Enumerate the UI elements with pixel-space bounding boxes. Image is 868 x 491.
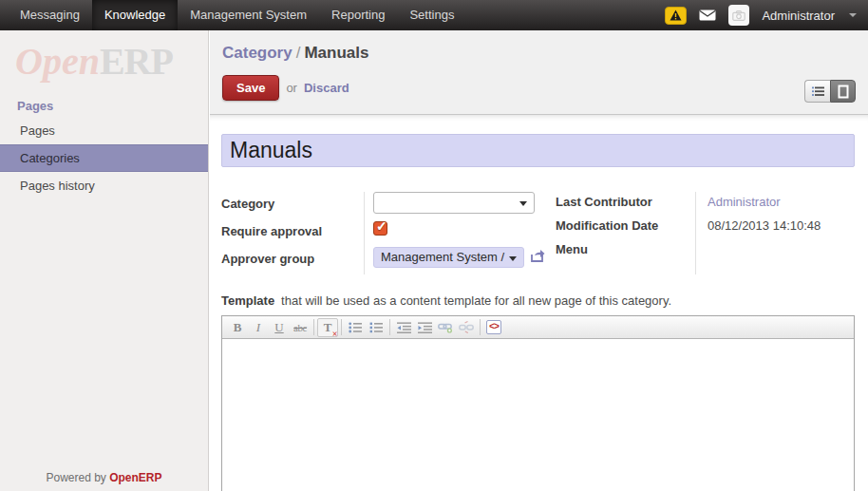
template-row: Templatethat will be used as a content t… — [221, 293, 855, 308]
view-switcher — [804, 80, 856, 103]
breadcrumb: Category/Manuals — [210, 30, 868, 63]
sidebar-item-categories[interactable]: Categories — [0, 144, 208, 172]
sidebar-item-pages[interactable]: Pages — [0, 117, 208, 144]
remove-link-icon — [459, 321, 474, 333]
powered-by: Powered by OpenERP — [0, 471, 208, 484]
italic-icon: I — [256, 320, 260, 335]
sidebar-section-pages: Pages — [17, 99, 208, 113]
toolbar-separator — [313, 319, 314, 335]
last-contributor-value[interactable]: Administrator — [708, 192, 781, 213]
save-discard-row: Save or Discard — [222, 75, 868, 101]
last-contributor-label: Last Contributor — [556, 192, 695, 216]
modification-date-label: Modification Date — [556, 216, 695, 239]
ordered-list-icon — [369, 322, 383, 333]
require-approval-checkbox[interactable] — [373, 221, 387, 236]
user-menu[interactable]: Administrator — [762, 9, 835, 23]
ordered-list-button[interactable] — [366, 318, 387, 337]
page-title-input[interactable] — [221, 134, 855, 167]
view-source-button[interactable]: <> — [483, 318, 504, 337]
toolbar-separator — [341, 319, 342, 335]
approver-group-select[interactable]: Management System / — [373, 247, 524, 268]
chevron-down-icon[interactable] — [849, 13, 857, 17]
nav-item-messaging[interactable]: Messaging — [8, 0, 92, 30]
toolbar-separator — [389, 319, 390, 335]
remove-format-icon: T× — [324, 320, 332, 335]
modification-date-value: 08/12/2013 14:10:48 — [708, 216, 821, 236]
underline-icon: U — [274, 320, 283, 335]
save-button[interactable]: Save — [222, 75, 279, 101]
strikethrough-icon: abc — [293, 322, 307, 333]
nav-item-settings[interactable]: Settings — [397, 0, 466, 30]
underline-button[interactable]: U — [269, 318, 290, 337]
nav-item-reporting[interactable]: Reporting — [319, 0, 397, 30]
unordered-list-icon — [349, 322, 362, 333]
powered-by-prefix: Powered by — [46, 471, 105, 484]
bold-button[interactable]: B — [227, 318, 248, 337]
breadcrumb-separator: / — [292, 44, 305, 62]
top-nav: Messaging Knowledge Management System Re… — [0, 0, 466, 30]
approver-group-label: Approver group — [221, 247, 364, 274]
form-left-column: Category Require approval Approver group — [221, 192, 556, 274]
italic-button[interactable]: I — [248, 318, 269, 337]
toolbar-separator — [480, 319, 481, 335]
form-sheet: Category Require approval Approver group — [210, 115, 868, 491]
require-approval-label: Require approval — [221, 219, 364, 247]
breadcrumb-current: Manuals — [304, 44, 368, 62]
nav-item-management-system[interactable]: Management System — [178, 0, 319, 30]
form-view-icon — [838, 85, 849, 99]
indent-icon — [418, 322, 432, 333]
openerp-logo: OpenERP — [15, 40, 208, 84]
view-source-icon: <> — [486, 320, 501, 334]
remove-link-button[interactable] — [456, 318, 477, 337]
template-label: Template — [221, 293, 274, 308]
list-view-icon — [812, 86, 824, 97]
outdent-button[interactable] — [393, 318, 414, 337]
menu-label: Menu — [556, 239, 695, 263]
form-view-button[interactable] — [830, 80, 856, 103]
add-link-icon — [438, 321, 453, 333]
brand-link[interactable]: OpenERP — [109, 471, 161, 484]
sidebar: OpenERP Pages Pages Categories Pages his… — [0, 30, 209, 491]
category-label: Category — [221, 192, 364, 219]
add-link-button[interactable] — [435, 318, 456, 337]
template-editor: B I U abc T× — [221, 315, 855, 491]
top-bar: Messaging Knowledge Management System Re… — [0, 0, 868, 30]
list-view-button[interactable] — [804, 80, 830, 103]
editor-toolbar: B I U abc T× — [222, 316, 854, 339]
avatar[interactable] — [728, 5, 749, 26]
category-select[interactable] — [373, 192, 535, 214]
discard-link[interactable]: Discard — [304, 81, 349, 95]
form-fields: Category Require approval Approver group — [221, 192, 855, 274]
bold-icon: B — [234, 320, 242, 335]
outdent-icon — [397, 322, 411, 333]
warning-icon[interactable] — [665, 7, 687, 25]
nav-item-knowledge[interactable]: Knowledge — [92, 0, 178, 30]
logo-erp-text: ERP — [100, 40, 173, 83]
top-bar-right: Administrator — [665, 0, 868, 30]
sidebar-item-pages-history[interactable]: Pages history — [0, 172, 208, 199]
main-content: Category/Manuals Save or Discard Categor… — [210, 30, 868, 491]
control-panel: Category/Manuals Save or Discard — [210, 30, 868, 115]
editor-content-area[interactable] — [222, 339, 854, 491]
indent-button[interactable] — [414, 318, 435, 337]
remove-format-button[interactable]: T× — [317, 318, 338, 337]
strikethrough-button[interactable]: abc — [290, 318, 311, 337]
form-right-column: Last Contributor Modification Date Menu … — [556, 192, 855, 274]
template-description: that will be used as a content template … — [281, 293, 671, 308]
breadcrumb-category-link[interactable]: Category — [222, 44, 292, 62]
unordered-list-button[interactable] — [345, 318, 366, 337]
mail-icon[interactable] — [699, 9, 716, 21]
logo-open-text: Open — [15, 40, 100, 83]
approver-group-value: Management System / — [381, 250, 504, 264]
or-label: or — [286, 81, 297, 95]
external-link-icon[interactable] — [530, 249, 545, 267]
